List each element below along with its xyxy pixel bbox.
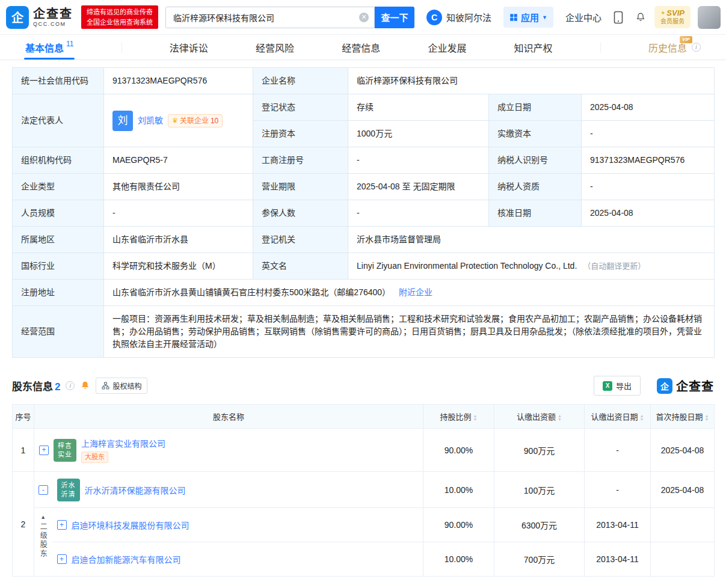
table-row: 国标行业 科学研究和技术服务业（M） 英文名 Linyi Ziyuan Envi… xyxy=(13,253,715,280)
column-header-name[interactable]: 股东名称 xyxy=(34,405,423,429)
field-label: 登记状态 xyxy=(253,94,348,121)
field-value: - xyxy=(582,174,715,200)
shareholders-section-header: 股东信息2 i 股权结构 X 导出 企 企查查 xyxy=(12,376,714,396)
slogan-line1: 缔造有远见的商业传奇 xyxy=(87,7,153,17)
second-level-group-cell: ▲ 二级股东 xyxy=(34,508,52,577)
tab-company-development[interactable]: 企业发展 xyxy=(428,35,466,60)
sort-icon[interactable]: ▲▼ xyxy=(558,414,562,421)
sort-icon[interactable]: ▲▼ xyxy=(705,414,709,421)
related-label: 关联企业 xyxy=(180,115,209,126)
table-row: ▲ 二级股东 + 启迪环境科技发展股份有限公司 90.00% 6300万元 20… xyxy=(13,508,715,542)
table-row: 经营范围 一般项目：资源再生利用技术研发；草及相关制品制造；草及相关制品销售；工… xyxy=(13,306,715,358)
sub-date-value: 2013-04-11 xyxy=(585,508,651,542)
tab-intellectual-property[interactable]: 知识产权 xyxy=(514,35,553,60)
table-row: + 启迪合加新能源汽车有限公司 10.00% 700万元 2013-04-11 xyxy=(13,542,715,577)
field-label: 注册资本 xyxy=(253,121,348,147)
expand-button[interactable]: + xyxy=(57,520,67,530)
field-label: 国标行业 xyxy=(13,253,104,280)
field-value: 其他有限责任公司 xyxy=(104,174,253,200)
tab-history-info[interactable]: VIP 历史信息 i xyxy=(648,35,701,60)
field-value: 山东省临沂市沂水县 xyxy=(104,227,253,253)
field-label: 组织机构代码 xyxy=(13,147,104,174)
related-companies-badge[interactable]: ♛ 关联企业 10 xyxy=(168,114,223,127)
equity-structure-label: 股权结构 xyxy=(112,381,141,391)
apps-button[interactable]: 应用 ▼ xyxy=(503,7,553,28)
org-chart-icon xyxy=(102,382,109,390)
nearby-companies-link[interactable]: 附近企业 xyxy=(399,287,432,297)
tab-bar: 基本信息 11 法律诉讼 经营风险 经营信息 企业发展 知识产权 VIP 历史信… xyxy=(0,35,726,60)
amount-value: 100万元 xyxy=(494,472,585,508)
svip-title: SVIP xyxy=(666,8,684,18)
search-button[interactable]: 查一下 xyxy=(375,7,414,28)
info-icon[interactable]: i xyxy=(66,381,75,390)
second-level-label: 二级股东 xyxy=(38,522,48,559)
svip-subtitle: 会员服务 xyxy=(660,18,684,26)
field-value: 科学研究和技术服务业（M） xyxy=(104,253,253,280)
tab-operation-risk[interactable]: 经营风险 xyxy=(256,35,294,60)
mobile-app-icon[interactable] xyxy=(614,11,623,24)
shareholder-avatar[interactable]: 沂水 沂清 xyxy=(57,479,80,501)
shareholder-name-link[interactable]: 启迪合加新能源汽车有限公司 xyxy=(72,553,181,565)
first-date-value: 2025-04-08 xyxy=(651,472,715,508)
column-header-seq[interactable]: 序号 xyxy=(13,405,34,429)
tab-label: 企业发展 xyxy=(428,40,466,55)
notification-bell-icon[interactable] xyxy=(635,12,646,23)
export-button[interactable]: X 导出 xyxy=(594,376,641,396)
svip-membership-badge[interactable]: ✦SVIP 会员服务 xyxy=(654,6,691,28)
tab-operation-info[interactable]: 经营信息 xyxy=(342,35,380,60)
field-value: 91371323MAEGPQR576 xyxy=(582,147,715,174)
field-value: 沂水县市场监督管理局 xyxy=(348,227,715,253)
tab-legal-litigation[interactable]: 法律诉讼 xyxy=(170,35,208,60)
zhibi-alpha-link[interactable]: C 知彼阿尔法 xyxy=(426,10,491,25)
field-value: 山东省临沂市沂水县黄山铺镇黄石官庄村村委东500米路北（邮编276400） xyxy=(112,287,390,297)
qcc-logo[interactable]: 企 企查查 QCC.COM xyxy=(6,6,73,29)
column-header-sub-date[interactable]: 认缴出资日期▲▼ xyxy=(585,405,651,429)
chevron-down-icon: ▼ xyxy=(542,14,547,20)
field-value: 2025-04-08 xyxy=(582,94,715,121)
shareholder-name-link[interactable]: 启迪环境科技发展股份有限公司 xyxy=(72,519,189,531)
column-header-ratio[interactable]: 持股比例▲▼ xyxy=(423,405,494,429)
collapse-button[interactable]: - xyxy=(38,485,48,495)
shareholder-name-link[interactable]: 上海梓言实业有限公司 xyxy=(81,437,165,449)
brand-domain: QCC.COM xyxy=(33,21,73,27)
legal-rep-link[interactable]: 刘凯敏 xyxy=(138,114,163,127)
column-header-amount[interactable]: 认缴出资额▲▼ xyxy=(494,405,585,429)
legal-rep-avatar[interactable]: 刘 xyxy=(112,111,133,131)
qcc-watermark-icon: 企 xyxy=(657,378,672,394)
slogan-banner: 缔造有远见的商业传奇 全国企业信用查询系统 xyxy=(81,5,158,29)
sort-icon[interactable]: ▲▼ xyxy=(473,414,478,421)
tab-basic-info[interactable]: 基本信息 11 xyxy=(25,35,73,60)
clear-search-icon[interactable]: ✕ xyxy=(359,13,369,22)
ratio-value: 90.00% xyxy=(423,508,494,542)
shareholder-avatar[interactable]: 梓言 实业 xyxy=(54,439,76,462)
auto-translate-note[interactable]: （自动翻译更新） xyxy=(583,262,645,271)
subscribe-bell-icon[interactable] xyxy=(80,381,90,391)
row-number: 2 xyxy=(13,472,34,577)
ratio-value: 90.00% xyxy=(423,429,494,472)
brand-name: 企查查 xyxy=(33,7,73,21)
tab-label: 经营风险 xyxy=(256,40,294,55)
crown-icon: ♛ xyxy=(172,115,178,126)
field-label: 英文名 xyxy=(253,253,348,280)
field-value: - xyxy=(104,200,253,227)
equity-structure-button[interactable]: 股权结构 xyxy=(96,378,147,394)
user-avatar[interactable] xyxy=(698,6,721,29)
sort-icon[interactable]: ▲▼ xyxy=(640,414,644,421)
main-content: 统一社会信用代码 91371323MAEGPQR576 企业名称 临沂梓源环保科… xyxy=(0,67,726,577)
section-title: 股东信息2 xyxy=(12,378,60,393)
shareholder-name-cell: 沂水 沂清 沂水沂清环保能源有限公司 xyxy=(52,472,423,508)
field-label: 企业名称 xyxy=(253,68,348,94)
table-row: 组织机构代码 MAEGPQR5-7 工商注册号 - 纳税人识别号 9137132… xyxy=(13,147,715,174)
shareholder-name-link[interactable]: 沂水沂清环保能源有限公司 xyxy=(85,484,186,496)
first-date-value xyxy=(651,508,715,542)
zhibi-alpha-icon: C xyxy=(426,10,442,25)
table-row: 2 - 沂水 沂清 沂水沂清环保能源有限公司 10.00% xyxy=(13,472,715,508)
expand-button[interactable]: + xyxy=(39,446,49,455)
search-input[interactable] xyxy=(165,7,375,28)
first-date-value: 2025-04-08 xyxy=(651,429,715,472)
shareholder-name-cell: + 梓言 实业 上海梓言实业有限公司 大股东 xyxy=(34,429,423,472)
expand-button[interactable]: + xyxy=(57,554,67,564)
column-header-first-date[interactable]: 首次持股日期▲▼ xyxy=(651,405,715,429)
collapse-arrow-icon[interactable]: ▲ xyxy=(34,514,52,520)
enterprise-center-link[interactable]: 企业中心 xyxy=(565,11,601,23)
